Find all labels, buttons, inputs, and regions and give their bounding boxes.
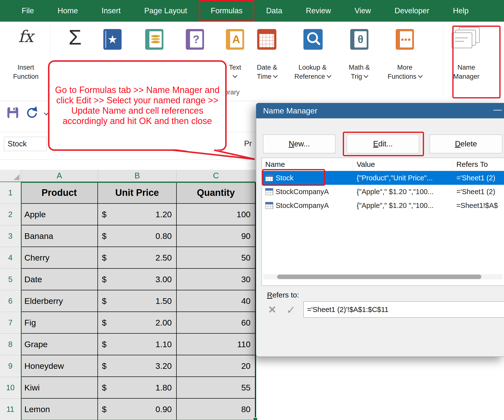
cell-c10[interactable]: 55: [177, 377, 255, 399]
tab-view[interactable]: View: [343, 0, 383, 22]
tab-data[interactable]: Data: [254, 0, 294, 22]
date-time-button[interactable]: Date & Time: [246, 63, 288, 81]
column-header-b[interactable]: B: [98, 170, 177, 182]
cell-a2[interactable]: Apple: [21, 204, 98, 225]
name-row-stock[interactable]: Stock {"Product","Unit Price"... ='Sheet…: [262, 171, 504, 185]
row-header-7[interactable]: 7: [0, 312, 21, 334]
letter-a-icon: A: [230, 31, 242, 47]
new-button[interactable]: New...: [263, 135, 335, 153]
price-value: 2.00: [156, 318, 172, 327]
tab-page-layout[interactable]: Page Layout: [132, 0, 199, 22]
cell-b11[interactable]: $0.90: [98, 399, 177, 420]
cell-b8[interactable]: $1.10: [98, 334, 177, 355]
column-header-name[interactable]: Name: [262, 158, 353, 171]
more-functions-button[interactable]: More Functions: [384, 63, 426, 81]
recently-used-icon[interactable]: ★: [103, 29, 122, 50]
name-box[interactable]: Stock: [4, 137, 47, 151]
tab-help[interactable]: Help: [441, 0, 481, 22]
cell-c8[interactable]: 110: [177, 334, 255, 355]
math-trig-icon[interactable]: θ: [350, 29, 368, 50]
cell-c9[interactable]: 20: [177, 355, 255, 377]
lookup-reference-icon[interactable]: [303, 29, 323, 50]
cell-b10[interactable]: $1.80: [98, 377, 177, 399]
cell-b5[interactable]: $3.00: [98, 269, 177, 290]
column-header-value[interactable]: Value: [353, 158, 453, 171]
cell-a10[interactable]: Kiwi: [21, 377, 98, 399]
horizontal-scrollbar[interactable]: [263, 274, 503, 280]
cell-c5[interactable]: 30: [177, 269, 255, 290]
cell-a4[interactable]: Cherry: [21, 247, 98, 269]
row-header-3[interactable]: 3: [0, 225, 21, 247]
tab-file[interactable]: File: [10, 0, 46, 22]
insert-function-icon[interactable]: fx: [5, 27, 47, 46]
row-header-1[interactable]: 1: [0, 182, 21, 204]
cell-b4[interactable]: $2.50: [98, 247, 177, 269]
cancel-icon[interactable]: ×: [268, 302, 276, 317]
delete-button[interactable]: Delete: [430, 135, 502, 153]
row-header-5[interactable]: 5: [0, 269, 21, 290]
cell-b1[interactable]: Unit Price: [98, 182, 177, 204]
currency-symbol: $: [102, 383, 107, 392]
cell-a5[interactable]: Date: [21, 269, 98, 290]
refers-to-input[interactable]: ='Sheet1 (2)'!$A$1:$C$11: [303, 301, 504, 318]
row-header-8[interactable]: 8: [0, 334, 21, 355]
cell-b7[interactable]: $2.00: [98, 312, 177, 334]
row-header-11[interactable]: 11: [0, 399, 21, 420]
logical-icon[interactable]: ?: [186, 29, 204, 50]
select-all-corner[interactable]: [0, 170, 21, 182]
column-header-a[interactable]: A: [21, 170, 98, 182]
tab-developer[interactable]: Developer: [383, 0, 441, 22]
cell-c4[interactable]: 50: [177, 247, 255, 269]
cell-a9[interactable]: Honeydew: [21, 355, 98, 377]
tab-home[interactable]: Home: [46, 0, 90, 22]
column-header-c[interactable]: C: [177, 170, 255, 182]
cell-a7[interactable]: Fig: [21, 312, 98, 334]
cell-c6[interactable]: 40: [177, 290, 255, 312]
cell-a11[interactable]: Lemon: [21, 399, 98, 420]
lookup-reference-button[interactable]: Lookup & Reference: [292, 63, 333, 81]
cell-a1[interactable]: Product: [21, 182, 98, 204]
cell-c1[interactable]: Quantity: [177, 182, 255, 204]
undo-icon[interactable]: [26, 106, 38, 119]
row-header-2[interactable]: 2: [0, 204, 21, 225]
autosum-icon[interactable]: Σ: [62, 25, 89, 49]
more-functions-icon[interactable]: •••: [396, 29, 414, 50]
cell-b9[interactable]: $3.20: [98, 355, 177, 377]
text-functions-icon[interactable]: A: [226, 29, 244, 50]
cell-a6[interactable]: Elderberry: [21, 290, 98, 312]
name-row-stockcompanya-2[interactable]: StockCompanyA {"Apple"," $1.20 ","100...…: [262, 199, 504, 212]
name-row-stockcompanya-1[interactable]: StockCompanyA {"Apple"," $1.20 ","100...…: [262, 185, 504, 199]
cell-b2[interactable]: $1.20: [98, 204, 177, 225]
name-manager-icon[interactable]: [452, 27, 482, 53]
row-header-9[interactable]: 9: [0, 355, 21, 377]
cell-c11[interactable]: 80: [177, 399, 255, 420]
cell-a8[interactable]: Grape: [21, 334, 98, 355]
tab-formulas[interactable]: Formulas: [199, 0, 254, 22]
insert-function-button[interactable]: Insert Function: [5, 63, 47, 81]
column-header-refers-to[interactable]: Refers To: [453, 158, 504, 171]
cell-b6[interactable]: $1.50: [98, 290, 177, 312]
cell-c2[interactable]: 100: [177, 204, 255, 225]
cell-b3[interactable]: $0.80: [98, 225, 177, 247]
scrollbar-thumb[interactable]: [277, 275, 481, 279]
financial-icon[interactable]: [145, 29, 163, 50]
name-manager-button[interactable]: Name Manager: [445, 63, 487, 81]
date-time-icon[interactable]: [257, 29, 276, 50]
cell-a3[interactable]: Banana: [21, 225, 98, 247]
row-header-10[interactable]: 10: [0, 377, 21, 399]
confirm-icon[interactable]: ✓: [286, 303, 296, 317]
row-header-4[interactable]: 4: [0, 247, 21, 269]
cell-c7[interactable]: 60: [177, 312, 255, 334]
edit-button[interactable]: Edit...: [347, 135, 419, 153]
math-trig-button[interactable]: Math & Trig: [338, 63, 380, 81]
minimize-icon[interactable]: —: [493, 105, 502, 114]
cell-c3[interactable]: 90: [177, 225, 255, 247]
currency-symbol: $: [102, 318, 107, 327]
row-header-6[interactable]: 6: [0, 290, 21, 312]
save-icon[interactable]: [7, 107, 19, 119]
tab-insert[interactable]: Insert: [90, 0, 133, 22]
calendar-icon: [259, 34, 274, 47]
price-value: 0.90: [156, 404, 172, 414]
tab-review[interactable]: Review: [294, 0, 343, 22]
value-cell: {"Product","Unit Price"...: [353, 171, 453, 185]
